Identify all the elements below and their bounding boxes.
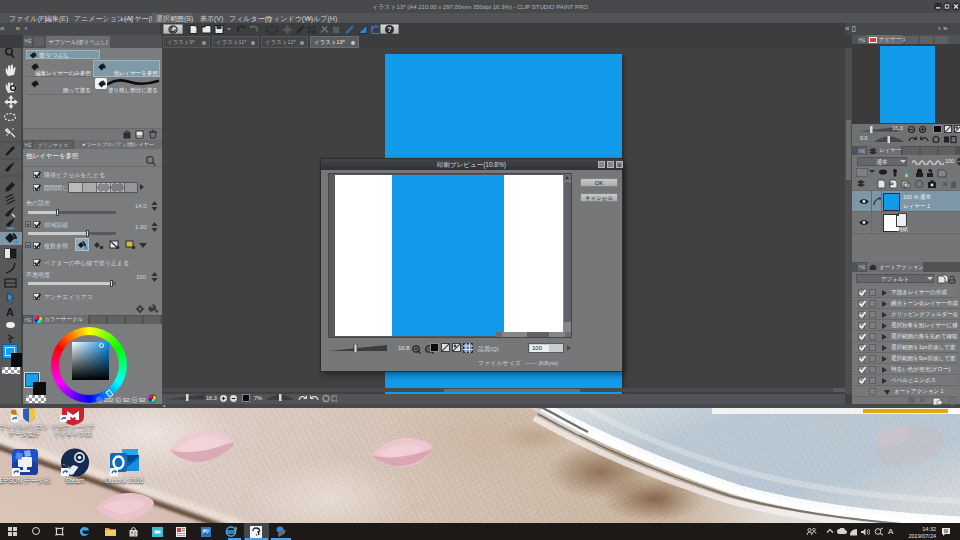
svg-text:A: A [6, 306, 14, 318]
